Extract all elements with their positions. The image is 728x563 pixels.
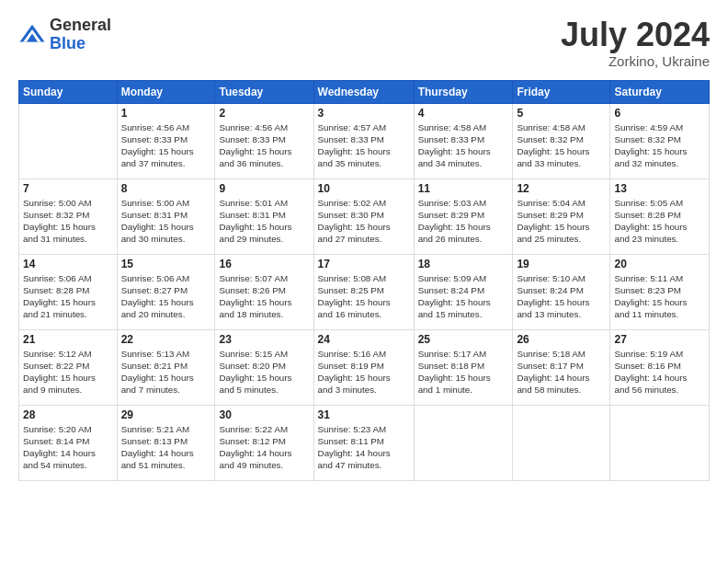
day-info: Sunrise: 5:11 AMSunset: 8:23 PMDaylight:… xyxy=(614,272,705,321)
day-info: Sunrise: 4:56 AMSunset: 8:33 PMDaylight:… xyxy=(219,121,309,170)
header-friday: Friday xyxy=(513,80,610,103)
day-number: 28 xyxy=(23,408,113,421)
day-number: 13 xyxy=(614,182,705,195)
day-number: 11 xyxy=(418,182,509,195)
day-number: 27 xyxy=(614,333,705,346)
day-number: 25 xyxy=(418,333,509,346)
cell-w2-d5: 12Sunrise: 5:04 AMSunset: 8:29 PMDayligh… xyxy=(513,178,610,254)
cell-w4-d6: 27Sunrise: 5:19 AMSunset: 8:16 PMDayligh… xyxy=(610,329,710,405)
header: General Blue July 2024 Zorkino, Ukraine xyxy=(18,17,710,69)
cell-w5-d0: 28Sunrise: 5:20 AMSunset: 8:14 PMDayligh… xyxy=(19,405,118,480)
day-number: 21 xyxy=(23,333,113,346)
cell-w3-d5: 19Sunrise: 5:10 AMSunset: 8:24 PMDayligh… xyxy=(513,254,610,329)
day-number: 15 xyxy=(121,258,211,270)
cell-w2-d6: 13Sunrise: 5:05 AMSunset: 8:28 PMDayligh… xyxy=(610,178,710,254)
day-number: 18 xyxy=(418,258,509,270)
day-info: Sunrise: 5:07 AMSunset: 8:26 PMDaylight:… xyxy=(219,272,309,321)
day-number: 4 xyxy=(418,107,509,120)
cell-w1-d3: 3Sunrise: 4:57 AMSunset: 8:33 PMDaylight… xyxy=(313,103,414,178)
cell-w1-d1: 1Sunrise: 4:56 AMSunset: 8:33 PMDaylight… xyxy=(117,103,215,178)
day-info: Sunrise: 5:23 AMSunset: 8:11 PMDaylight:… xyxy=(318,423,410,472)
day-info: Sunrise: 5:02 AMSunset: 8:30 PMDaylight:… xyxy=(318,197,410,246)
week-row-4: 21Sunrise: 5:12 AMSunset: 8:22 PMDayligh… xyxy=(19,329,710,405)
calendar-header-row: Sunday Monday Tuesday Wednesday Thursday… xyxy=(19,80,710,103)
calendar-table: Sunday Monday Tuesday Wednesday Thursday… xyxy=(18,80,710,481)
cell-w2-d0: 7Sunrise: 5:00 AMSunset: 8:32 PMDaylight… xyxy=(19,178,118,254)
day-info: Sunrise: 5:17 AMSunset: 8:18 PMDaylight:… xyxy=(418,348,509,396)
day-number: 17 xyxy=(318,258,410,270)
day-info: Sunrise: 5:00 AMSunset: 8:31 PMDaylight:… xyxy=(121,197,211,246)
cell-w3-d4: 18Sunrise: 5:09 AMSunset: 8:24 PMDayligh… xyxy=(414,254,513,329)
day-info: Sunrise: 5:10 AMSunset: 8:24 PMDaylight:… xyxy=(517,272,606,321)
day-number: 1 xyxy=(121,107,211,120)
day-info: Sunrise: 5:12 AMSunset: 8:22 PMDaylight:… xyxy=(23,348,113,396)
cell-w4-d4: 25Sunrise: 5:17 AMSunset: 8:18 PMDayligh… xyxy=(414,329,513,405)
cell-w5-d5 xyxy=(513,405,610,480)
day-info: Sunrise: 5:00 AMSunset: 8:32 PMDaylight:… xyxy=(23,197,113,246)
day-info: Sunrise: 5:09 AMSunset: 8:24 PMDaylight:… xyxy=(418,272,509,321)
day-info: Sunrise: 5:05 AMSunset: 8:28 PMDaylight:… xyxy=(614,197,705,246)
day-number: 6 xyxy=(614,107,705,120)
logo-general-label: General xyxy=(50,17,111,35)
cell-w5-d2: 30Sunrise: 5:22 AMSunset: 8:12 PMDayligh… xyxy=(215,405,313,480)
week-row-5: 28Sunrise: 5:20 AMSunset: 8:14 PMDayligh… xyxy=(19,405,710,480)
cell-w2-d3: 10Sunrise: 5:02 AMSunset: 8:30 PMDayligh… xyxy=(313,178,414,254)
day-number: 7 xyxy=(23,182,113,195)
cell-w3-d3: 17Sunrise: 5:08 AMSunset: 8:25 PMDayligh… xyxy=(313,254,414,329)
day-number: 23 xyxy=(219,333,309,346)
day-info: Sunrise: 4:58 AMSunset: 8:33 PMDaylight:… xyxy=(418,121,509,170)
cell-w5-d3: 31Sunrise: 5:23 AMSunset: 8:11 PMDayligh… xyxy=(313,405,414,480)
day-number: 19 xyxy=(517,258,606,270)
day-number: 31 xyxy=(318,408,410,421)
day-info: Sunrise: 5:22 AMSunset: 8:12 PMDaylight:… xyxy=(219,423,309,472)
day-number: 14 xyxy=(23,258,113,270)
cell-w2-d1: 8Sunrise: 5:00 AMSunset: 8:31 PMDaylight… xyxy=(117,178,215,254)
cell-w4-d2: 23Sunrise: 5:15 AMSunset: 8:20 PMDayligh… xyxy=(215,329,313,405)
cell-w1-d5: 5Sunrise: 4:58 AMSunset: 8:32 PMDaylight… xyxy=(513,103,610,178)
cell-w3-d1: 15Sunrise: 5:06 AMSunset: 8:27 PMDayligh… xyxy=(117,254,215,329)
cell-w3-d0: 14Sunrise: 5:06 AMSunset: 8:28 PMDayligh… xyxy=(19,254,118,329)
day-info: Sunrise: 5:08 AMSunset: 8:25 PMDaylight:… xyxy=(318,272,410,321)
cell-w1-d2: 2Sunrise: 4:56 AMSunset: 8:33 PMDaylight… xyxy=(215,103,313,178)
day-info: Sunrise: 5:19 AMSunset: 8:16 PMDaylight:… xyxy=(614,348,705,396)
header-wednesday: Wednesday xyxy=(313,80,414,103)
cell-w2-d2: 9Sunrise: 5:01 AMSunset: 8:31 PMDaylight… xyxy=(215,178,313,254)
cell-w1-d0 xyxy=(19,103,118,178)
day-number: 29 xyxy=(121,408,211,421)
week-row-2: 7Sunrise: 5:00 AMSunset: 8:32 PMDaylight… xyxy=(19,178,710,254)
cell-w4-d0: 21Sunrise: 5:12 AMSunset: 8:22 PMDayligh… xyxy=(19,329,118,405)
day-number: 26 xyxy=(517,333,606,346)
logo-text: General Blue xyxy=(50,17,111,53)
cell-w5-d1: 29Sunrise: 5:21 AMSunset: 8:13 PMDayligh… xyxy=(117,405,215,480)
day-info: Sunrise: 5:03 AMSunset: 8:29 PMDaylight:… xyxy=(418,197,509,246)
header-monday: Monday xyxy=(117,80,215,103)
day-number: 10 xyxy=(318,182,410,195)
day-number: 3 xyxy=(318,107,410,120)
day-number: 20 xyxy=(614,258,705,270)
cell-w1-d4: 4Sunrise: 4:58 AMSunset: 8:33 PMDaylight… xyxy=(414,103,513,178)
day-info: Sunrise: 4:59 AMSunset: 8:32 PMDaylight:… xyxy=(614,121,705,170)
day-number: 8 xyxy=(121,182,211,195)
title-month: July 2024 xyxy=(561,17,710,53)
cell-w3-d2: 16Sunrise: 5:07 AMSunset: 8:26 PMDayligh… xyxy=(215,254,313,329)
day-number: 30 xyxy=(219,408,309,421)
day-info: Sunrise: 5:06 AMSunset: 8:27 PMDaylight:… xyxy=(121,272,211,321)
day-info: Sunrise: 4:57 AMSunset: 8:33 PMDaylight:… xyxy=(318,121,410,170)
day-number: 5 xyxy=(517,107,606,120)
cell-w2-d4: 11Sunrise: 5:03 AMSunset: 8:29 PMDayligh… xyxy=(414,178,513,254)
day-info: Sunrise: 5:18 AMSunset: 8:17 PMDaylight:… xyxy=(517,348,606,396)
logo: General Blue xyxy=(18,17,111,53)
day-number: 9 xyxy=(219,182,309,195)
day-info: Sunrise: 5:15 AMSunset: 8:20 PMDaylight:… xyxy=(219,348,309,396)
day-number: 12 xyxy=(517,182,606,195)
day-info: Sunrise: 4:58 AMSunset: 8:32 PMDaylight:… xyxy=(517,121,606,170)
cell-w1-d6: 6Sunrise: 4:59 AMSunset: 8:32 PMDaylight… xyxy=(610,103,710,178)
week-row-1: 1Sunrise: 4:56 AMSunset: 8:33 PMDaylight… xyxy=(19,103,710,178)
day-info: Sunrise: 5:06 AMSunset: 8:28 PMDaylight:… xyxy=(23,272,113,321)
cell-w5-d4 xyxy=(414,405,513,480)
day-number: 22 xyxy=(121,333,211,346)
cell-w3-d6: 20Sunrise: 5:11 AMSunset: 8:23 PMDayligh… xyxy=(610,254,710,329)
day-info: Sunrise: 4:56 AMSunset: 8:33 PMDaylight:… xyxy=(121,121,211,170)
logo-blue-label: Blue xyxy=(50,35,111,53)
cell-w5-d6 xyxy=(610,405,710,480)
